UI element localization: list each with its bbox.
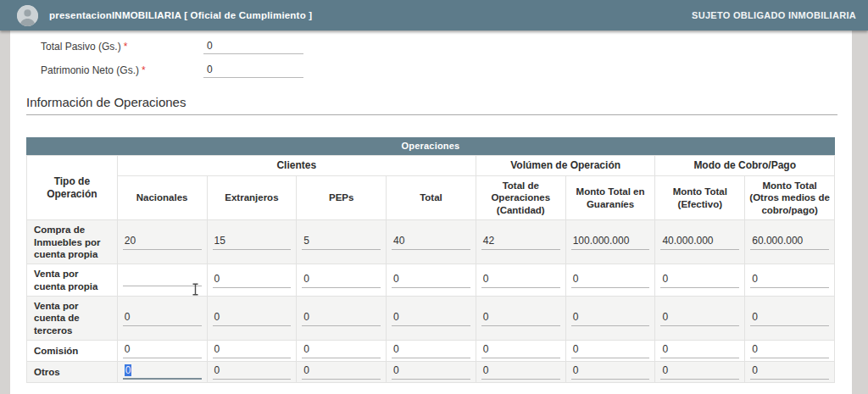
operations-table-wrap: Operaciones Tipo de OperaciónClientesVol… <box>26 137 835 383</box>
header-title: presentacionINMOBILIARIA [ Oficial de Cu… <box>49 10 312 20</box>
table-input[interactable]: 0 <box>660 343 739 358</box>
form-field-row: Patrimonio Neto (Gs.)*0 <box>10 58 852 82</box>
table-input[interactable]: 20 <box>123 235 202 250</box>
table-cell: 0 <box>565 362 655 383</box>
col-header: Monto Total en Guaraníes <box>565 176 655 220</box>
required-asterisk: * <box>142 64 146 76</box>
table-cell: 0 <box>745 362 835 383</box>
table-input[interactable]: 0 <box>123 364 202 380</box>
col-header: Total de Operaciones (Cantidad) <box>476 176 565 220</box>
table-input[interactable]: 0 <box>571 273 650 288</box>
table-row: Otros00000000 <box>27 362 835 383</box>
col-header-tipo-de-operacion: Tipo de Operación <box>27 156 118 220</box>
table-input[interactable]: 0 <box>392 364 470 380</box>
table-input[interactable]: 0 <box>213 343 292 358</box>
table-input[interactable] <box>123 274 202 286</box>
table-input[interactable]: 0 <box>302 364 381 380</box>
table-cell: 0 <box>745 264 835 297</box>
table-cell: 0 <box>387 341 476 362</box>
table-row: Compra de Inmuebles por cuenta propia201… <box>27 220 835 264</box>
table-input[interactable]: 0 <box>302 343 381 358</box>
col-group-header: Clientes <box>117 156 476 176</box>
field-input[interactable]: 0 <box>203 64 303 78</box>
table-cell: 100.000.000 <box>565 220 655 264</box>
table-row: Comisión00000000 <box>27 341 835 362</box>
table-input[interactable]: 0 <box>302 311 381 326</box>
operations-table-body: Compra de Inmuebles por cuenta propia201… <box>27 220 835 383</box>
table-cell: 0 <box>387 264 476 297</box>
table-cell: 0 <box>476 341 565 362</box>
required-asterisk: * <box>124 41 128 53</box>
table-row: Venta por cuenta propia0000000 <box>27 264 835 297</box>
table-input[interactable]: 0 <box>571 311 650 326</box>
table-cell: 0 <box>117 297 207 341</box>
table-cell: 0 <box>655 341 745 362</box>
table-cell: 0 <box>565 297 655 341</box>
table-input[interactable]: 0 <box>392 311 470 326</box>
table-cell <box>117 264 207 297</box>
table-input[interactable]: 0 <box>213 364 292 380</box>
table-cell: 0 <box>476 297 565 341</box>
table-cell: 0 <box>655 362 745 383</box>
table-input[interactable]: 0 <box>481 311 560 326</box>
operations-table-head: Tipo de OperaciónClientesVolúmen de Oper… <box>27 156 835 220</box>
row-label: Otros <box>27 362 118 383</box>
table-input[interactable]: 0 <box>392 343 470 358</box>
col-group-header: Volúmen de Operación <box>476 156 655 176</box>
table-input[interactable]: 0 <box>660 364 739 380</box>
table-cell: 60.000.000 <box>745 220 835 264</box>
col-header: Monto Total (Otros medios de cobro/pago) <box>745 176 835 220</box>
table-cell: 0 <box>476 362 565 383</box>
table-input[interactable]: 0 <box>123 343 202 358</box>
table-cell: 0 <box>745 297 835 341</box>
table-input[interactable]: 0 <box>571 343 650 358</box>
table-input[interactable]: 0 <box>750 364 829 380</box>
table-input[interactable]: 0 <box>123 311 202 326</box>
operations-table-caption: Operaciones <box>26 137 835 155</box>
table-input[interactable]: 0 <box>750 343 829 358</box>
table-input[interactable]: 0 <box>213 273 292 288</box>
table-input[interactable]: 0 <box>213 311 292 326</box>
section-title-operations: Información de Operaciones <box>26 95 837 109</box>
user-avatar-icon[interactable] <box>17 5 38 26</box>
table-cell: 0 <box>565 264 655 297</box>
field-label: Total Pasivo (Gs.)* <box>10 41 203 53</box>
section-divider <box>26 114 837 115</box>
table-cell: 40.000.000 <box>655 220 745 264</box>
table-cell: 0 <box>297 341 387 362</box>
table-input[interactable]: 0 <box>660 273 739 288</box>
table-cell: 20 <box>117 220 207 264</box>
table-input[interactable]: 0 <box>302 273 381 288</box>
field-input[interactable]: 0 <box>203 40 303 54</box>
table-input[interactable]: 0 <box>481 343 560 358</box>
table-cell: 0 <box>476 264 565 297</box>
operations-table: Tipo de OperaciónClientesVolúmen de Oper… <box>26 155 835 383</box>
col-header: Extranjeros <box>207 176 297 220</box>
table-input[interactable]: 60.000.000 <box>750 235 829 250</box>
table-input[interactable]: 40 <box>392 235 470 250</box>
field-label: Patrimonio Neto (Gs.)* <box>10 64 203 76</box>
table-input[interactable]: 40.000.000 <box>660 235 739 250</box>
table-input[interactable]: 5 <box>302 235 381 250</box>
table-input[interactable]: 0 <box>571 364 650 380</box>
table-cell: 0 <box>297 297 387 341</box>
table-cell: 0 <box>655 264 745 297</box>
table-input[interactable]: 100.000.000 <box>571 235 650 250</box>
table-cell: 40 <box>387 220 476 264</box>
table-cell: 0 <box>745 341 835 362</box>
header-right-label: SUJETO OBLIGADO INMOBILIARIA <box>692 10 856 20</box>
table-input[interactable]: 0 <box>481 273 560 288</box>
table-cell: 0 <box>565 341 655 362</box>
table-input[interactable]: 0 <box>481 364 560 380</box>
table-input[interactable]: 0 <box>660 311 739 326</box>
table-input[interactable]: 0 <box>392 273 470 288</box>
col-group-header: Modo de Cobro/Pago <box>655 156 835 176</box>
table-input[interactable]: 0 <box>750 311 829 326</box>
table-input[interactable]: 15 <box>213 235 292 250</box>
person-icon <box>17 5 38 26</box>
table-cell: 15 <box>207 220 297 264</box>
table-row: Venta por cuenta de terceros00000000 <box>27 297 835 341</box>
app-header: presentacionINMOBILIARIA [ Oficial de Cu… <box>0 0 868 31</box>
table-input[interactable]: 0 <box>750 273 829 288</box>
table-input[interactable]: 42 <box>481 235 560 250</box>
